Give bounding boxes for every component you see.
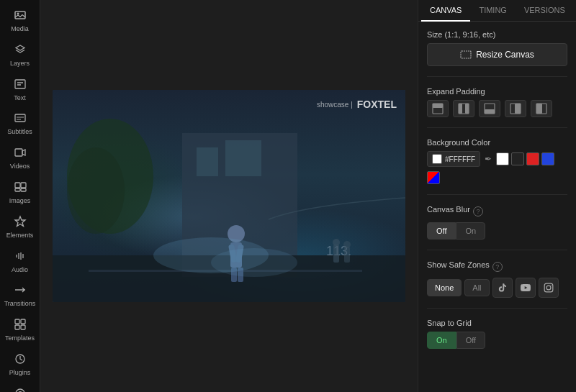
youtube-zone-button[interactable]: [516, 278, 536, 298]
snap-to-grid-section: Snap to Grid On Off: [427, 319, 567, 349]
sidebar-item-label: Transitions: [4, 300, 36, 308]
snap-to-grid-label: Snap to Grid: [427, 319, 567, 327]
svg-rect-40: [459, 104, 462, 114]
sidebar-item-media[interactable]: Media: [1, 4, 39, 37]
svg-rect-12: [21, 325, 25, 329]
plugins-icon: [14, 352, 27, 368]
svg-rect-34: [344, 247, 350, 263]
size-section: Size (1:1, 9:16, etc) Resize Canvas: [427, 30, 567, 66]
expand-sides-button[interactable]: [453, 100, 474, 117]
sidebar-item-label: Audio: [12, 266, 28, 274]
expand-top-button[interactable]: [427, 100, 449, 117]
canvas-blur-section: Canvas Blur ? Off On: [427, 205, 567, 240]
snap-to-grid-on-button[interactable]: On: [427, 332, 456, 349]
audio-icon: [14, 250, 27, 265]
safe-zones-all-button[interactable]: All: [464, 279, 489, 296]
svg-rect-6: [21, 183, 26, 188]
sidebar-item-templates[interactable]: Templates: [1, 314, 39, 347]
expand-top-icon: [432, 103, 444, 114]
color-swatch-multi[interactable]: [427, 171, 440, 184]
color-input-box[interactable]: #FFFFFF: [427, 151, 480, 167]
instagram-icon: [544, 283, 554, 293]
sidebar-item-plugins[interactable]: Plugins: [1, 348, 39, 381]
sidebar-item-label: Subtitles: [7, 128, 32, 136]
svg-rect-9: [15, 319, 19, 324]
canvas-blur-off-button[interactable]: Off: [427, 222, 456, 240]
expand-bottom-icon: [484, 103, 495, 114]
canvas-blur-toggle: Off On: [427, 222, 567, 240]
expand-padding-section: Expand Padding: [427, 87, 567, 117]
tiktok-zone-button[interactable]: [492, 278, 513, 298]
expand-left-icon: [510, 103, 521, 114]
svg-rect-10: [21, 319, 25, 324]
svg-rect-36: [461, 51, 471, 58]
tab-timing[interactable]: TIMING: [470, 0, 516, 22]
record-icon: [14, 387, 27, 392]
elements-icon: [14, 215, 27, 230]
svg-rect-41: [465, 104, 469, 114]
sidebar-item-transitions[interactable]: Transitions: [1, 279, 39, 312]
snap-to-grid-toggle: On Off: [427, 332, 567, 349]
background-color-section: Background Color #FFFFFF ✒: [427, 138, 567, 184]
sidebar-item-label: Videos: [10, 163, 30, 170]
canvas-blur-help[interactable]: ?: [473, 206, 483, 216]
expand-sides-icon: [458, 103, 469, 114]
svg-rect-5: [15, 183, 20, 188]
resize-canvas-button[interactable]: Resize Canvas: [427, 43, 567, 66]
sidebar-item-subtitles[interactable]: Subtitles: [1, 107, 39, 140]
safe-zones-none-button[interactable]: None: [427, 279, 462, 296]
images-icon: [14, 181, 27, 196]
color-swatch-blue[interactable]: [541, 152, 554, 165]
panel-tabs: CANVAS TIMING VERSIONS: [418, 0, 576, 22]
svg-point-30: [211, 248, 297, 277]
sidebar-item-audio[interactable]: Audio: [1, 245, 39, 278]
color-swatch-dark[interactable]: [511, 152, 524, 165]
divider-4: [427, 250, 567, 250]
showcase-text: showcase |: [317, 101, 353, 109]
color-swatch-white[interactable]: [496, 152, 509, 165]
youtube-icon: [521, 283, 531, 293]
safe-zones-help[interactable]: ?: [492, 262, 503, 272]
svg-point-50: [550, 285, 551, 286]
color-hex-value: #FFFFFF: [445, 155, 475, 163]
instagram-zone-button[interactable]: [539, 278, 559, 298]
svg-rect-38: [433, 104, 443, 108]
safe-zones-section: Show Safe Zones ? None All: [427, 260, 567, 298]
snap-to-grid-off-button[interactable]: Off: [456, 332, 485, 349]
sidebar-item-record[interactable]: Record: [1, 383, 39, 392]
svg-point-49: [546, 286, 551, 290]
panel-content: Size (1:1, 9:16, etc) Resize Canvas Expa…: [418, 22, 576, 357]
sidebar-item-layers[interactable]: Layers: [1, 39, 39, 72]
svg-rect-43: [485, 109, 495, 114]
svg-rect-4: [15, 149, 22, 156]
tiktok-icon: [498, 283, 508, 293]
svg-rect-3: [15, 114, 25, 122]
safe-zones-header: Show Safe Zones ?: [427, 260, 567, 273]
sidebar-item-text[interactable]: Text: [1, 73, 39, 106]
svg-point-35: [343, 241, 351, 248]
expand-right-button[interactable]: [531, 100, 552, 117]
tab-canvas[interactable]: CANVAS: [421, 0, 470, 22]
size-label: Size (1:1, 9:16, etc): [427, 30, 567, 39]
sidebar-item-videos[interactable]: Videos: [1, 142, 39, 175]
canvas-area: 113. showcase | FOXTEL: [40, 0, 418, 392]
divider-3: [427, 194, 567, 195]
svg-rect-11: [15, 325, 19, 329]
svg-rect-48: [544, 283, 553, 292]
expand-bottom-button[interactable]: [479, 100, 500, 117]
svg-rect-8: [21, 188, 26, 191]
svg-rect-19: [197, 147, 218, 176]
expand-left-button[interactable]: [505, 100, 526, 117]
svg-rect-20: [225, 140, 261, 176]
foxtel-text: FOXTEL: [357, 99, 397, 110]
expand-padding-label: Expand Padding: [427, 87, 567, 96]
tab-versions[interactable]: VERSIONS: [516, 0, 574, 22]
eyedropper-button[interactable]: ✒: [485, 154, 492, 164]
color-swatch-red[interactable]: [526, 152, 539, 165]
transitions-icon: [14, 283, 27, 298]
divider-1: [427, 76, 567, 77]
canvas-blur-on-button[interactable]: On: [456, 222, 485, 240]
sidebar-item-elements[interactable]: Elements: [1, 211, 39, 244]
sidebar-item-images[interactable]: Images: [1, 176, 39, 209]
canvas-preview: 113. showcase | FOXTEL: [53, 90, 405, 302]
